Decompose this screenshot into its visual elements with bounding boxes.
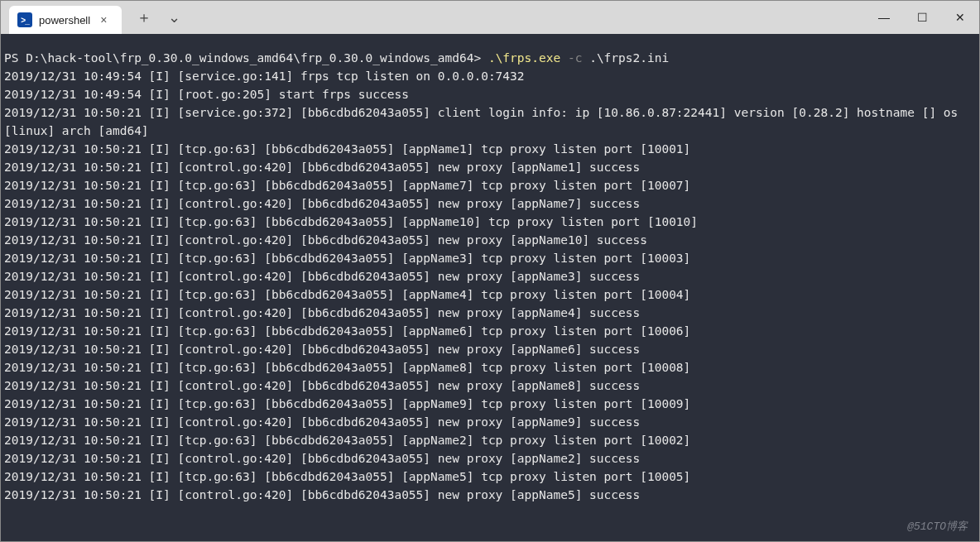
command-arg: .\frps2.ini xyxy=(589,51,669,65)
minimize-button[interactable]: — xyxy=(865,1,903,34)
terminal-window: powershell × ＋ ⌄ — ☐ ✕ PS D:\hack-tool\f… xyxy=(0,0,980,542)
window-controls: — ☐ ✕ xyxy=(865,1,979,34)
new-tab-button[interactable]: ＋ xyxy=(133,4,155,31)
maximize-button[interactable]: ☐ xyxy=(903,1,941,34)
tab-label: powershell xyxy=(39,14,90,26)
log-lines: 2019/12/31 10:49:54 [I] [service.go:141]… xyxy=(4,70,965,501)
tab-close-button[interactable]: × xyxy=(97,12,110,28)
titlebar-drag-area[interactable] xyxy=(195,1,865,34)
close-button[interactable]: ✕ xyxy=(941,1,979,34)
titlebar: powershell × ＋ ⌄ — ☐ ✕ xyxy=(1,1,979,34)
terminal-pane[interactable]: PS D:\hack-tool\frp_0.30.0_windows_amd64… xyxy=(1,34,979,541)
tab-dropdown-button[interactable]: ⌄ xyxy=(165,5,184,30)
tab-actions: ＋ ⌄ xyxy=(122,1,195,34)
powershell-icon xyxy=(17,12,32,27)
command-exe: .\frps.exe xyxy=(488,51,560,65)
prompt-path: PS D:\hack-tool\frp_0.30.0_windows_amd64… xyxy=(4,51,481,65)
terminal-output: PS D:\hack-tool\frp_0.30.0_windows_amd64… xyxy=(4,49,976,504)
tab-powershell[interactable]: powershell × xyxy=(9,6,122,34)
watermark: @51CTO博客 xyxy=(907,518,968,536)
command-flag: -c xyxy=(568,51,582,65)
tab-strip: powershell × xyxy=(1,1,122,34)
